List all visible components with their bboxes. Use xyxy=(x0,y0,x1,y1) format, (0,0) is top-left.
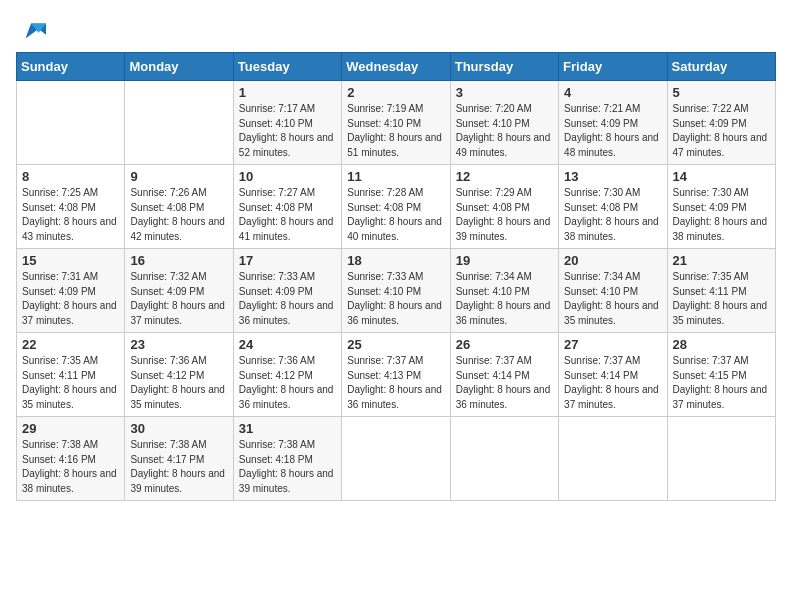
calendar-day: 11 Sunrise: 7:28 AMSunset: 4:08 PMDaylig… xyxy=(342,165,450,249)
logo-icon xyxy=(18,16,46,44)
day-number: 20 xyxy=(564,253,661,268)
calendar-day: 19 Sunrise: 7:34 AMSunset: 4:10 PMDaylig… xyxy=(450,249,558,333)
calendar-week: 8 Sunrise: 7:25 AMSunset: 4:08 PMDayligh… xyxy=(17,165,776,249)
weekday-header: Friday xyxy=(559,53,667,81)
day-number: 17 xyxy=(239,253,336,268)
day-number: 31 xyxy=(239,421,336,436)
day-info: Sunrise: 7:21 AMSunset: 4:09 PMDaylight:… xyxy=(564,103,659,158)
day-number: 1 xyxy=(239,85,336,100)
day-info: Sunrise: 7:36 AMSunset: 4:12 PMDaylight:… xyxy=(239,355,334,410)
day-number: 29 xyxy=(22,421,119,436)
day-number: 21 xyxy=(673,253,770,268)
day-info: Sunrise: 7:38 AMSunset: 4:17 PMDaylight:… xyxy=(130,439,225,494)
day-number: 24 xyxy=(239,337,336,352)
day-info: Sunrise: 7:22 AMSunset: 4:09 PMDaylight:… xyxy=(673,103,768,158)
calendar-header: SundayMondayTuesdayWednesdayThursdayFrid… xyxy=(17,53,776,81)
calendar-day: 29 Sunrise: 7:38 AMSunset: 4:16 PMDaylig… xyxy=(17,417,125,501)
day-number: 10 xyxy=(239,169,336,184)
calendar-day: 8 Sunrise: 7:25 AMSunset: 4:08 PMDayligh… xyxy=(17,165,125,249)
day-info: Sunrise: 7:31 AMSunset: 4:09 PMDaylight:… xyxy=(22,271,117,326)
day-info: Sunrise: 7:19 AMSunset: 4:10 PMDaylight:… xyxy=(347,103,442,158)
calendar-day: 21 Sunrise: 7:35 AMSunset: 4:11 PMDaylig… xyxy=(667,249,775,333)
day-info: Sunrise: 7:34 AMSunset: 4:10 PMDaylight:… xyxy=(456,271,551,326)
calendar-day: 20 Sunrise: 7:34 AMSunset: 4:10 PMDaylig… xyxy=(559,249,667,333)
day-number: 13 xyxy=(564,169,661,184)
calendar-week: 22 Sunrise: 7:35 AMSunset: 4:11 PMDaylig… xyxy=(17,333,776,417)
empty-day xyxy=(125,81,233,165)
calendar-day: 18 Sunrise: 7:33 AMSunset: 4:10 PMDaylig… xyxy=(342,249,450,333)
empty-day xyxy=(559,417,667,501)
calendar-day: 17 Sunrise: 7:33 AMSunset: 4:09 PMDaylig… xyxy=(233,249,341,333)
day-info: Sunrise: 7:37 AMSunset: 4:14 PMDaylight:… xyxy=(456,355,551,410)
calendar-day: 12 Sunrise: 7:29 AMSunset: 4:08 PMDaylig… xyxy=(450,165,558,249)
calendar-day: 24 Sunrise: 7:36 AMSunset: 4:12 PMDaylig… xyxy=(233,333,341,417)
day-number: 11 xyxy=(347,169,444,184)
calendar-day: 4 Sunrise: 7:21 AMSunset: 4:09 PMDayligh… xyxy=(559,81,667,165)
day-number: 19 xyxy=(456,253,553,268)
empty-day xyxy=(342,417,450,501)
day-info: Sunrise: 7:28 AMSunset: 4:08 PMDaylight:… xyxy=(347,187,442,242)
day-info: Sunrise: 7:33 AMSunset: 4:10 PMDaylight:… xyxy=(347,271,442,326)
day-info: Sunrise: 7:38 AMSunset: 4:18 PMDaylight:… xyxy=(239,439,334,494)
empty-day xyxy=(450,417,558,501)
calendar-day: 22 Sunrise: 7:35 AMSunset: 4:11 PMDaylig… xyxy=(17,333,125,417)
calendar-day: 27 Sunrise: 7:37 AMSunset: 4:14 PMDaylig… xyxy=(559,333,667,417)
calendar-day: 13 Sunrise: 7:30 AMSunset: 4:08 PMDaylig… xyxy=(559,165,667,249)
day-info: Sunrise: 7:34 AMSunset: 4:10 PMDaylight:… xyxy=(564,271,659,326)
day-number: 15 xyxy=(22,253,119,268)
day-info: Sunrise: 7:33 AMSunset: 4:09 PMDaylight:… xyxy=(239,271,334,326)
day-info: Sunrise: 7:32 AMSunset: 4:09 PMDaylight:… xyxy=(130,271,225,326)
calendar-table: SundayMondayTuesdayWednesdayThursdayFrid… xyxy=(16,52,776,501)
calendar-week: 29 Sunrise: 7:38 AMSunset: 4:16 PMDaylig… xyxy=(17,417,776,501)
day-number: 28 xyxy=(673,337,770,352)
calendar-day: 28 Sunrise: 7:37 AMSunset: 4:15 PMDaylig… xyxy=(667,333,775,417)
day-number: 9 xyxy=(130,169,227,184)
weekday-header: Monday xyxy=(125,53,233,81)
calendar-day: 3 Sunrise: 7:20 AMSunset: 4:10 PMDayligh… xyxy=(450,81,558,165)
day-info: Sunrise: 7:25 AMSunset: 4:08 PMDaylight:… xyxy=(22,187,117,242)
day-info: Sunrise: 7:29 AMSunset: 4:08 PMDaylight:… xyxy=(456,187,551,242)
day-info: Sunrise: 7:17 AMSunset: 4:10 PMDaylight:… xyxy=(239,103,334,158)
empty-day xyxy=(667,417,775,501)
calendar-day: 23 Sunrise: 7:36 AMSunset: 4:12 PMDaylig… xyxy=(125,333,233,417)
calendar-day: 16 Sunrise: 7:32 AMSunset: 4:09 PMDaylig… xyxy=(125,249,233,333)
day-number: 3 xyxy=(456,85,553,100)
day-number: 23 xyxy=(130,337,227,352)
calendar-day: 10 Sunrise: 7:27 AMSunset: 4:08 PMDaylig… xyxy=(233,165,341,249)
day-number: 2 xyxy=(347,85,444,100)
weekday-header: Sunday xyxy=(17,53,125,81)
calendar-week: 15 Sunrise: 7:31 AMSunset: 4:09 PMDaylig… xyxy=(17,249,776,333)
day-number: 25 xyxy=(347,337,444,352)
day-info: Sunrise: 7:37 AMSunset: 4:13 PMDaylight:… xyxy=(347,355,442,410)
calendar-week: 1 Sunrise: 7:17 AMSunset: 4:10 PMDayligh… xyxy=(17,81,776,165)
calendar-day: 1 Sunrise: 7:17 AMSunset: 4:10 PMDayligh… xyxy=(233,81,341,165)
calendar-day: 9 Sunrise: 7:26 AMSunset: 4:08 PMDayligh… xyxy=(125,165,233,249)
day-number: 8 xyxy=(22,169,119,184)
calendar-day: 26 Sunrise: 7:37 AMSunset: 4:14 PMDaylig… xyxy=(450,333,558,417)
day-number: 14 xyxy=(673,169,770,184)
calendar-day: 25 Sunrise: 7:37 AMSunset: 4:13 PMDaylig… xyxy=(342,333,450,417)
calendar-day: 15 Sunrise: 7:31 AMSunset: 4:09 PMDaylig… xyxy=(17,249,125,333)
day-number: 16 xyxy=(130,253,227,268)
calendar-day: 30 Sunrise: 7:38 AMSunset: 4:17 PMDaylig… xyxy=(125,417,233,501)
calendar-day: 2 Sunrise: 7:19 AMSunset: 4:10 PMDayligh… xyxy=(342,81,450,165)
day-number: 30 xyxy=(130,421,227,436)
day-number: 4 xyxy=(564,85,661,100)
day-number: 12 xyxy=(456,169,553,184)
day-info: Sunrise: 7:27 AMSunset: 4:08 PMDaylight:… xyxy=(239,187,334,242)
day-info: Sunrise: 7:36 AMSunset: 4:12 PMDaylight:… xyxy=(130,355,225,410)
empty-day xyxy=(17,81,125,165)
day-info: Sunrise: 7:30 AMSunset: 4:09 PMDaylight:… xyxy=(673,187,768,242)
day-info: Sunrise: 7:35 AMSunset: 4:11 PMDaylight:… xyxy=(673,271,768,326)
day-number: 18 xyxy=(347,253,444,268)
day-number: 27 xyxy=(564,337,661,352)
day-info: Sunrise: 7:20 AMSunset: 4:10 PMDaylight:… xyxy=(456,103,551,158)
day-number: 5 xyxy=(673,85,770,100)
day-info: Sunrise: 7:26 AMSunset: 4:08 PMDaylight:… xyxy=(130,187,225,242)
day-info: Sunrise: 7:35 AMSunset: 4:11 PMDaylight:… xyxy=(22,355,117,410)
weekday-header: Tuesday xyxy=(233,53,341,81)
day-number: 26 xyxy=(456,337,553,352)
logo xyxy=(16,16,46,44)
page-header xyxy=(16,16,776,44)
calendar-day: 14 Sunrise: 7:30 AMSunset: 4:09 PMDaylig… xyxy=(667,165,775,249)
